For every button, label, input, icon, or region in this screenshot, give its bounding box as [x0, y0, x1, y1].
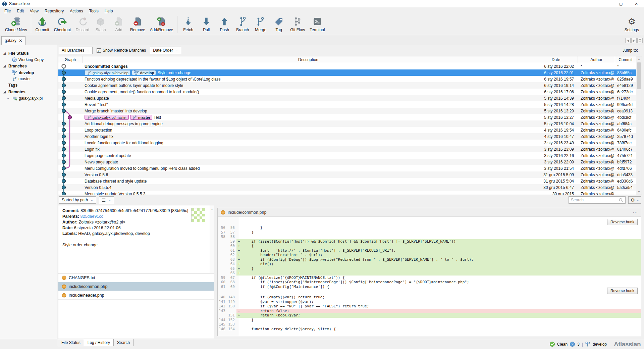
sidebar-section-tags[interactable]: Tags — [0, 82, 57, 89]
commit-row[interactable]: Loop protection 4 sty 2016 19:54 Zoltrak… — [58, 127, 636, 133]
scrollbar-thumb[interactable] — [637, 62, 641, 89]
menu-help[interactable]: Help — [102, 8, 116, 14]
minimize-button[interactable]: ─ — [598, 0, 613, 7]
diff-more-button[interactable]: ··· — [633, 210, 638, 215]
tab-close-icon[interactable]: ✕ — [19, 39, 22, 43]
tab-galaxy[interactable]: galaxy ✕ — [1, 36, 25, 45]
commit-row[interactable]: galaxy.alyx.pl/mastermasterTest 5 sty 20… — [58, 114, 636, 120]
scroll-down-icon[interactable]: ▼ — [636, 189, 642, 195]
commit-row[interactable]: Menu style update Version 0.5.5.3 30 gru… — [58, 191, 636, 195]
tab-scroll-right-icon[interactable]: ▶ — [631, 38, 637, 43]
commit-row[interactable]: Version 0.5.6 31 gru 2015 5:09 Zoltraks … — [58, 171, 636, 178]
commit-row[interactable]: Cookie agreement, module() function rena… — [58, 89, 636, 95]
gear-icon: ⚙ — [631, 197, 635, 203]
scroll-up-icon[interactable]: ▲ — [636, 56, 642, 62]
sidebar-section-file-status[interactable]: ◢ File Status — [0, 50, 57, 57]
reverse-hunk-button[interactable]: Reverse hunk — [607, 288, 638, 294]
commit-row[interactable]: Media update 5 sty 2016 14:39 Zoltraks <… — [58, 95, 636, 101]
branch-filter-dropdown[interactable]: All Branches ⌄ — [59, 47, 93, 54]
commit-row[interactable]: Login page control update 3 sty 2016 22:… — [58, 152, 636, 159]
commit-row[interactable]: Cookie agreement buttons layer update fo… — [58, 82, 636, 89]
tab-scroll-left-icon[interactable]: ◀ — [625, 38, 631, 43]
toolbar-button-settings[interactable]: ⚙ Settings — [622, 15, 641, 33]
view-options-dropdown[interactable]: ☰ ⌄ — [99, 196, 114, 204]
commit-row[interactable]: galaxy.alyx.pl/developdevelopStyle order… — [58, 69, 636, 76]
toolbar-button-terminal[interactable]: Terminal — [307, 15, 327, 34]
toolbar-button-remove[interactable]: Remove — [128, 15, 148, 34]
menu-file[interactable]: File — [1, 8, 14, 14]
menu-edit[interactable]: Edit — [14, 8, 27, 14]
bottom-tab-file-status[interactable]: File Status — [58, 339, 84, 346]
diff-line: 59 67 if (@filesize("{$ROOT}MAINTENANCE.… — [218, 276, 641, 280]
ref-label-galaxy-alyx-pl-develop[interactable]: galaxy.alyx.pl/develop — [85, 70, 130, 75]
commit-row[interactable]: Version 0.5.5.4 30 gru 2015 6:47 Zoltrak… — [58, 184, 636, 191]
menu-view[interactable]: View — [27, 8, 42, 14]
menu-tools[interactable]: Tools — [86, 8, 102, 14]
sidebar-item-develop[interactable]: develop — [0, 69, 57, 76]
ref-label-develop[interactable]: develop — [132, 70, 156, 75]
toolbar-button-checkout[interactable]: Checkout — [52, 15, 73, 34]
toolbar-button-add-remove[interactable]: Add/Remove — [148, 15, 175, 34]
column-header-author[interactable]: Author — [578, 56, 615, 63]
ref-label-galaxy-alyx-pl-master[interactable]: galaxy.alyx.pl/master — [85, 115, 129, 120]
sidebar-item-working-copy[interactable]: Working Copy — [0, 57, 57, 63]
column-header-commit[interactable]: Commit — [615, 56, 636, 63]
toolbar-button-commit[interactable]: Commit — [33, 15, 51, 34]
commit-row[interactable]: Menu configuration moved to config.menu.… — [58, 165, 636, 171]
commit-row[interactable]: Revert "Test" 5 sty 2016 14:28 Zoltraks … — [58, 101, 636, 108]
toolbar-button-pull[interactable]: Pull — [197, 15, 215, 34]
list-view-icon: ☰ — [102, 198, 106, 203]
sidebar-item-galaxy-alyx-pl[interactable]: ▹ galaxy.alyx.pl — [0, 95, 57, 101]
commit-row[interactable]: Database charset and style update 31 gru… — [58, 178, 636, 184]
sidebar-item-master[interactable]: master — [0, 76, 57, 82]
search-input[interactable] — [571, 198, 617, 202]
toolbar-button-fetch[interactable]: Fetch — [179, 15, 197, 34]
toolbar-button-merge[interactable]: Merge — [252, 15, 270, 34]
triangle-collapsed-icon[interactable]: ▹ — [7, 97, 11, 100]
sort-order-dropdown[interactable]: Date Order ⌄ — [150, 47, 181, 54]
commit-row[interactable]: Another login fix 4 sty 2016 10:47 Zoltr… — [58, 133, 636, 140]
commit-row[interactable]: News page update 3 sty 2016 22:09 Zoltra… — [58, 159, 636, 165]
commit-author: Zoltraks <zoltarx@ — [578, 102, 615, 107]
column-header-date[interactable]: Date — [534, 56, 578, 63]
diff-settings-button[interactable]: ⚙ ⌄ — [628, 196, 641, 204]
commit-description: Uncommitted changes — [83, 64, 534, 69]
reverse-hunk-button[interactable]: Reverse hunk — [607, 219, 638, 225]
commit-row[interactable]: Locale function update for additional lo… — [58, 140, 636, 146]
commit-row[interactable]: Function echolog depreciated in the favo… — [58, 76, 636, 82]
column-header-graph[interactable]: Graph — [58, 56, 83, 63]
show-remote-branches-checkbox[interactable]: ✓ Show Remote Branches — [97, 48, 146, 53]
file-row-include-header-php[interactable]: include/header.php — [58, 291, 214, 300]
bottom-tab-log-history[interactable]: Log / History — [84, 339, 114, 346]
commit-row[interactable]: Additional debug messages in game engine… — [58, 120, 636, 127]
menu-actions[interactable]: Actions — [67, 8, 86, 14]
tab-detach-icon[interactable]: ❐ — [637, 38, 643, 43]
commit-row[interactable]: Merge branch 'master' into develop 5 sty… — [58, 108, 636, 114]
ref-label-master[interactable]: master — [130, 115, 152, 120]
toolbar-button-clone-new[interactable]: Clone / New — [3, 15, 29, 34]
close-button[interactable]: ✕ — [629, 0, 644, 7]
toolbar-button-git-flow[interactable]: Git Flow — [288, 15, 307, 34]
bottom-tab-search[interactable]: Search — [113, 339, 133, 346]
file-row-changes-txt[interactable]: CHANGES.txt — [58, 273, 214, 282]
search-box[interactable] — [569, 196, 626, 204]
commit-list-scrollbar[interactable]: ▲ ▼ — [636, 56, 642, 195]
file-row-include-common-php[interactable]: include/common.php — [58, 282, 214, 291]
toolbar-button-push[interactable]: Push — [215, 15, 233, 34]
toolbar-button-tag[interactable]: Tag — [270, 15, 288, 34]
working-copy-check-icon — [12, 57, 17, 62]
commit-date: 4 sty 2016 10:47 — [534, 134, 578, 139]
fetch-icon — [183, 16, 193, 27]
commit-info-scrollbar[interactable]: ▲ — [210, 205, 214, 273]
column-header-description[interactable]: Description — [83, 56, 534, 63]
toolbar-button-branch[interactable]: Branch — [233, 15, 252, 34]
maximize-button[interactable]: ▢ — [613, 0, 629, 7]
parent-commit-link[interactable]: 825dae91cc — [80, 214, 103, 219]
file-sort-dropdown[interactable]: Sorted by path ⌄ — [59, 196, 96, 204]
menu-repository[interactable]: Repository — [42, 8, 67, 14]
current-branch-name[interactable]: develop — [593, 342, 607, 347]
commit-row[interactable]: Uncommitted changes 6 sty 2016 22:02 * * — [58, 63, 636, 69]
sidebar-section-remotes[interactable]: ◢ Remotes — [0, 89, 57, 95]
sidebar-section-branches[interactable]: ◢ Branches — [0, 63, 57, 69]
commit-row[interactable]: Login fix 3 sty 2016 23:09 Zoltraks <zol… — [58, 146, 636, 152]
